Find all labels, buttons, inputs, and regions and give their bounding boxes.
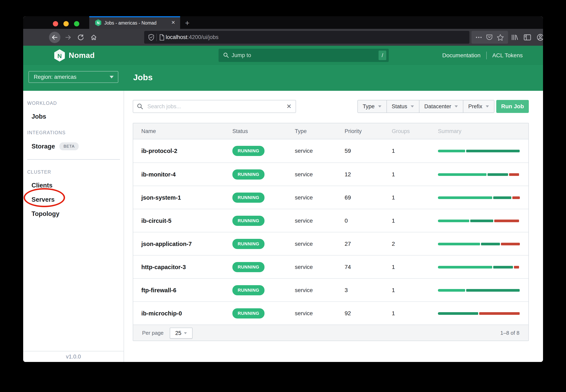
back-button[interactable] <box>48 29 61 46</box>
chevron-down-icon <box>454 105 458 108</box>
minimize-window-button[interactable] <box>63 21 69 27</box>
documentation-link[interactable]: Documentation <box>442 52 480 59</box>
job-type: service <box>295 279 313 302</box>
sidebar-item-storage[interactable]: StorageBETA <box>31 142 124 150</box>
sidebar-item-topology[interactable]: Topology <box>31 210 124 218</box>
jump-to-input[interactable] <box>219 49 389 62</box>
job-type: service <box>295 209 313 232</box>
library-icon[interactable] <box>511 34 518 41</box>
summary-bar <box>438 243 520 245</box>
sidebar-item-servers[interactable]: Servers <box>31 196 124 203</box>
status-badge: RUNNING <box>232 216 265 226</box>
status-badge: RUNNING <box>232 239 265 249</box>
job-priority: 3 <box>345 279 348 302</box>
jump-to-search[interactable]: / <box>219 49 389 62</box>
status-badge: RUNNING <box>232 262 265 272</box>
table-row[interactable]: ib-monitor-4 RUNNING service 12 1 <box>133 163 528 186</box>
tab-close-icon[interactable]: ✕ <box>171 20 175 25</box>
beta-badge: BETA <box>59 142 79 150</box>
svg-text:N: N <box>57 53 62 59</box>
chevron-down-icon <box>378 105 382 108</box>
pocket-icon[interactable] <box>486 34 493 41</box>
column-header-summary: Summary <box>438 123 462 139</box>
version-label: v1.0.0 <box>23 351 124 362</box>
job-priority: 74 <box>345 255 351 279</box>
nomad-favicon: N <box>95 19 102 27</box>
status-badge: RUNNING <box>232 169 265 180</box>
column-header-name[interactable]: Name <box>141 123 156 139</box>
filter-status[interactable]: Status <box>387 100 420 113</box>
job-name[interactable]: ib-protocol-2 <box>141 139 177 163</box>
clear-search-icon[interactable]: ✕ <box>286 103 292 110</box>
table-row[interactable]: json-application-7 RUNNING service 27 2 <box>133 232 528 255</box>
job-groups: 1 <box>392 302 395 325</box>
job-name[interactable]: json-application-7 <box>141 232 192 255</box>
table-row[interactable]: ib-microchip-0 RUNNING service 92 1 <box>133 301 528 324</box>
nomad-logo-icon: N <box>54 49 65 62</box>
job-name[interactable]: ib-circuit-5 <box>141 209 171 232</box>
header-links-divider <box>486 52 487 59</box>
sidebar-item-jobs[interactable]: Jobs <box>31 113 124 120</box>
per-page-select[interactable]: 25 <box>170 328 193 339</box>
app-header: N Nomad / Documentation ACL Tokens <box>23 46 543 65</box>
job-groups: 1 <box>392 279 395 302</box>
table-row[interactable]: ib-circuit-5 RUNNING service 0 1 <box>133 209 528 232</box>
column-header-priority[interactable]: Priority <box>345 123 362 139</box>
home-button[interactable] <box>89 29 99 46</box>
filter-type[interactable]: Type <box>357 100 387 113</box>
column-header-status[interactable]: Status <box>232 123 248 139</box>
url-host: localhost <box>166 34 187 41</box>
region-label: Region: americas <box>34 74 76 80</box>
acl-tokens-link[interactable]: ACL Tokens <box>492 52 523 59</box>
zoom-window-button[interactable] <box>74 21 79 27</box>
forward-button[interactable] <box>63 29 73 46</box>
job-name[interactable]: ib-microchip-0 <box>141 302 182 325</box>
sidebar-toggle-icon[interactable] <box>524 34 531 41</box>
sidebar-divider <box>27 159 120 160</box>
filter-datacenter[interactable]: Datacenter <box>419 100 463 113</box>
page-title: Jobs <box>133 73 153 82</box>
page-actions-icon[interactable] <box>476 36 482 38</box>
table-footer: Per page 25 1–8 of 8 <box>133 324 528 341</box>
summary-bar <box>438 289 520 292</box>
sidebar-item-clients[interactable]: Clients <box>31 182 124 189</box>
sidebar-heading-cluster: CLUSTER <box>27 169 124 175</box>
table-row[interactable]: ib-protocol-2 RUNNING service 59 1 <box>133 139 528 163</box>
window-controls <box>53 21 79 27</box>
status-badge: RUNNING <box>232 193 265 203</box>
search-jobs-input[interactable] <box>133 100 296 113</box>
browser-window: N Jobs - americas - Nomad ✕ + <box>23 16 543 362</box>
browser-tab[interactable]: N Jobs - americas - Nomad ✕ <box>89 16 180 29</box>
reload-button[interactable] <box>76 29 86 46</box>
column-header-type[interactable]: Type <box>295 123 307 139</box>
filter-prefix[interactable]: Prefix <box>463 100 494 113</box>
tab-bar: N Jobs - americas - Nomad ✕ + <box>23 16 543 29</box>
per-page-label: Per page <box>142 325 164 341</box>
svg-text:N: N <box>97 21 100 25</box>
job-name[interactable]: json-system-1 <box>141 186 181 209</box>
job-name[interactable]: http-capacitor-3 <box>141 255 186 279</box>
screen: N Jobs - americas - Nomad ✕ + <box>0 0 566 392</box>
job-priority: 69 <box>345 186 351 209</box>
job-name[interactable]: ftp-firewall-6 <box>141 279 176 302</box>
sidebar-heading-integrations: INTEGRATIONS <box>27 130 124 136</box>
job-name[interactable]: ib-monitor-4 <box>141 163 176 186</box>
main-content: ✕ Type Status Datacenter Prefix Run Job … <box>124 91 543 362</box>
table-row[interactable]: json-system-1 RUNNING service 69 1 <box>133 186 528 209</box>
new-tab-button[interactable]: + <box>185 19 190 28</box>
region-selector[interactable]: Region: americas <box>29 71 118 83</box>
table-row[interactable]: http-capacitor-3 RUNNING service 74 1 <box>133 255 528 278</box>
url-bar[interactable]: localhost:4200/ui/jobs <box>144 31 469 44</box>
close-window-button[interactable] <box>53 21 58 27</box>
run-job-button[interactable]: Run Job <box>496 100 529 113</box>
search-icon <box>223 52 229 58</box>
job-groups: 1 <box>392 186 395 209</box>
jobs-search[interactable]: ✕ <box>133 100 296 113</box>
nomad-brand[interactable]: N Nomad <box>54 49 95 62</box>
bookmark-star-icon[interactable] <box>497 34 504 41</box>
summary-bar <box>438 150 520 152</box>
account-icon[interactable] <box>537 34 543 41</box>
browser-toolbar: localhost:4200/ui/jobs <box>23 29 543 46</box>
brand-name: Nomad <box>69 51 95 60</box>
table-row[interactable]: ftp-firewall-6 RUNNING service 3 1 <box>133 278 528 301</box>
